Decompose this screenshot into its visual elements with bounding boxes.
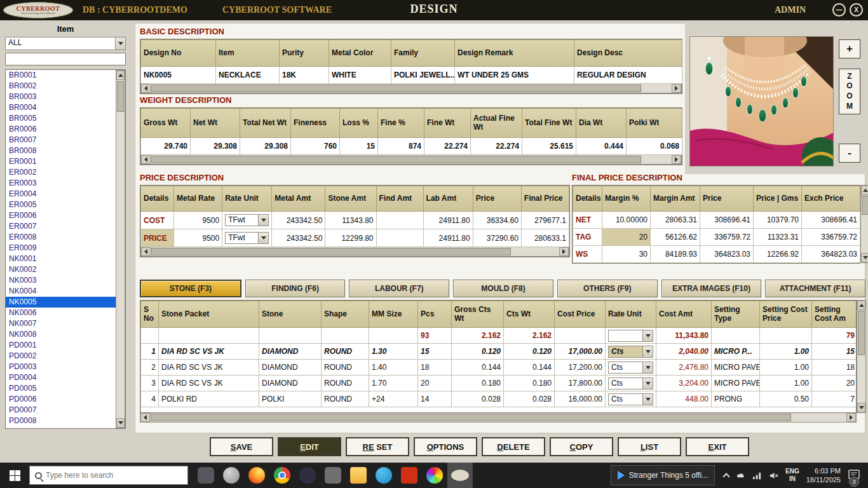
list-item[interactable]: NK0003	[6, 275, 116, 286]
list-item[interactable]: PD0002	[6, 351, 116, 362]
list-item[interactable]: PD0005	[6, 383, 116, 394]
chevron-down-icon[interactable]	[642, 394, 653, 405]
vertical-scrollbar[interactable]	[860, 185, 868, 263]
picker-icon[interactable]	[422, 463, 447, 488]
list-item[interactable]: NK0001	[6, 254, 116, 264]
list-item[interactable]: BR0008	[6, 146, 116, 156]
scroll-down-icon[interactable]	[116, 418, 125, 428]
table-row[interactable]: NK0005NECKLACE18KWHITEPOLKI JEWELL...WT …	[141, 67, 682, 84]
rate-unit-combo[interactable]	[608, 330, 653, 342]
list-scrollbar[interactable]	[116, 70, 125, 428]
list-item[interactable]: PD0008	[6, 416, 116, 426]
zoom-button[interactable]: ZOOM	[839, 69, 860, 114]
list-item[interactable]: BR0003	[6, 92, 116, 102]
list-item[interactable]: ER0009	[6, 243, 116, 254]
list-item[interactable]: BR0002	[6, 81, 116, 92]
list-item[interactable]: ER0006	[6, 210, 116, 221]
list-item[interactable]: NK0005	[6, 297, 116, 308]
chevron-down-icon[interactable]	[642, 346, 653, 357]
save-button[interactable]: SAVE	[210, 437, 273, 456]
options-button[interactable]: OPTIONS	[414, 437, 477, 456]
final-price-row[interactable]: WS 30 84189.93 364823.03 12266.92 364823…	[573, 246, 860, 263]
stone-row[interactable]: 2 DIA RD SC VS JK DIAMOND ROUND 1.40 18 …	[141, 360, 857, 376]
explorer-icon[interactable]	[346, 463, 371, 488]
attachment-tab[interactable]: ATTACHMENT (F11)	[765, 280, 865, 297]
zoom-out-button[interactable]: -	[839, 144, 860, 163]
minimize-button[interactable]: —	[832, 3, 846, 17]
list-item[interactable]: ER0008	[6, 232, 116, 243]
rate-unit-combo[interactable]: Cts	[608, 393, 653, 405]
chevron-down-icon[interactable]	[642, 362, 653, 373]
tools-icon[interactable]	[320, 463, 346, 488]
price-row[interactable]: COST 9500 TFwt 243342.50 11343.80 24911.…	[141, 212, 569, 229]
rate-unit-combo[interactable]: TFwt	[225, 232, 269, 244]
labour-tab[interactable]: LABOUR (F7)	[349, 280, 449, 297]
list-button[interactable]: LIST	[618, 437, 681, 456]
close-button[interactable]: X	[850, 3, 863, 17]
list-item[interactable]: BR0006	[6, 124, 116, 135]
scroll-left-icon[interactable]	[140, 413, 150, 422]
exit-button[interactable]: EXIT	[686, 437, 749, 456]
vertical-scrollbar[interactable]	[857, 300, 866, 413]
game-icon[interactable]	[193, 463, 219, 488]
list-item[interactable]: NK0008	[6, 329, 116, 340]
telegram-icon[interactable]	[371, 463, 397, 488]
scroll-right-icon[interactable]	[846, 413, 856, 422]
list-item[interactable]: ER0003	[6, 178, 116, 189]
edit-button[interactable]: EDIT	[278, 437, 341, 456]
list-item[interactable]: ER0002	[6, 167, 116, 178]
stone-row[interactable]: 93 2.162 2.162 11,343.80	[141, 328, 857, 344]
stone-row[interactable]: 4 POLKI RD POLKI ROUND +24 14 0.028 0.02…	[141, 391, 857, 407]
rate-unit-combo[interactable]: TFwt	[225, 214, 269, 226]
vlc-icon[interactable]	[295, 463, 320, 488]
list-item[interactable]: ER0007	[6, 221, 116, 232]
price-row[interactable]: PRICE 9500 TFwt 243342.50 12299.80 24911…	[141, 229, 569, 247]
list-item[interactable]: NK0006	[6, 308, 116, 318]
horizontal-scrollbar[interactable]	[140, 155, 682, 165]
chevron-down-icon[interactable]	[642, 378, 653, 389]
others-tab[interactable]: OTHERS (F9)	[557, 280, 658, 297]
scroll-right-icon[interactable]	[672, 155, 681, 164]
zoom-in-button[interactable]: +	[839, 39, 860, 58]
scroll-right-icon[interactable]	[559, 247, 569, 256]
list-item[interactable]: NK0002	[6, 264, 116, 275]
list-item[interactable]: BR0004	[6, 102, 116, 113]
list-item[interactable]: PD0006	[6, 394, 116, 405]
list-item[interactable]: BR0005	[6, 113, 116, 124]
taskbar-search[interactable]	[29, 466, 188, 485]
list-item[interactable]: ER0001	[6, 156, 116, 167]
list-item[interactable]: PD0003	[6, 362, 116, 372]
chevron-down-icon[interactable]	[642, 330, 653, 341]
scroll-down-icon[interactable]	[861, 253, 868, 262]
chevron-down-icon[interactable]	[258, 215, 268, 226]
list-item[interactable]: NK0007	[6, 318, 116, 329]
rate-unit-combo[interactable]: Cts	[608, 377, 653, 390]
list-item[interactable]: PD0007	[6, 405, 116, 416]
list-item[interactable]: ER0005	[6, 200, 116, 210]
scroll-left-icon[interactable]	[141, 155, 151, 164]
horizontal-scrollbar[interactable]	[140, 247, 569, 257]
extra-images-tab[interactable]: EXTRA IMAGES (F10)	[661, 280, 762, 297]
item-search-input[interactable]	[5, 53, 126, 65]
taskbar-clock[interactable]: 6:03 PM 18/11/2025	[806, 466, 841, 485]
scroll-down-icon[interactable]	[857, 403, 865, 412]
scroll-left-icon[interactable]	[141, 84, 151, 93]
taskbar-search-input[interactable]	[46, 471, 182, 480]
rate-unit-combo[interactable]: Cts	[608, 362, 653, 374]
chevron-down-icon[interactable]	[258, 233, 268, 243]
scroll-left-icon[interactable]	[141, 247, 151, 256]
stone-row[interactable]: 3 DIA RD SC VS JK DIAMOND ROUND 1.70 20 …	[141, 376, 857, 391]
table-row[interactable]: 29.74029.30829.3087601587422.27422.27425…	[141, 138, 682, 155]
stone-tab[interactable]: STONE (F3)	[140, 280, 241, 297]
list-item[interactable]: NK0004	[6, 286, 116, 297]
scroll-right-icon[interactable]	[672, 84, 681, 93]
list-item[interactable]: BR0001	[6, 70, 116, 81]
chevron-down-icon[interactable]	[115, 37, 125, 50]
network-icon[interactable]	[752, 471, 762, 480]
scroll-up-icon[interactable]	[857, 301, 865, 310]
final-price-row[interactable]: TAG 20 56126.62 336759.72 11323.31 33675…	[573, 229, 860, 246]
paw-icon[interactable]	[219, 463, 244, 488]
mould-tab[interactable]: MOULD (F8)	[453, 280, 553, 297]
media-notification[interactable]: Stranger Things 5 offi...	[611, 465, 715, 485]
finding-tab[interactable]: FINDING (F6)	[245, 280, 346, 297]
